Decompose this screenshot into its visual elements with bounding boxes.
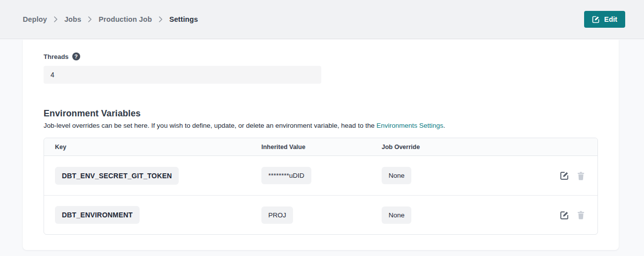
chevron-right-icon xyxy=(54,16,57,22)
edit-icon[interactable] xyxy=(560,171,569,180)
breadcrumb-item-jobs[interactable]: Jobs xyxy=(64,15,81,23)
table-row: DBT_ENV_SECRET_GIT_TOKEN ********uDID No… xyxy=(44,156,597,195)
column-header-inherited-value: Inherited Value xyxy=(261,144,382,151)
job-settings-panel: Threads ? Environment Variables Job-leve… xyxy=(23,40,619,250)
breadcrumb-item-settings: Settings xyxy=(169,15,198,23)
env-vars-table: Key Inherited Value Job Override DBT_ENV… xyxy=(44,138,598,235)
env-vars-description-text: Job-level overrides can be set here. If … xyxy=(44,122,376,129)
environments-settings-link[interactable]: Environments Settings xyxy=(376,122,443,129)
chevron-right-icon xyxy=(88,16,92,22)
breadcrumb: Deploy Jobs Production Job Settings xyxy=(23,15,198,23)
pencil-square-icon xyxy=(592,15,600,23)
job-override-badge: None xyxy=(382,206,411,224)
column-header-job-override: Job Override xyxy=(382,144,585,151)
inherited-value-badge: ********uDID xyxy=(261,167,311,184)
edit-icon[interactable] xyxy=(560,210,569,220)
table-row: DBT_ENVIRONMENT PROJ None xyxy=(44,195,597,234)
job-override-badge: None xyxy=(382,167,411,184)
env-vars-title: Environment Variables xyxy=(44,108,598,119)
threads-input xyxy=(44,66,321,84)
table-header-row: Key Inherited Value Job Override xyxy=(44,138,597,156)
env-var-key-badge: DBT_ENVIRONMENT xyxy=(55,206,140,224)
env-vars-description: Job-level overrides can be set here. If … xyxy=(44,122,598,129)
question-mark-circle-icon[interactable]: ? xyxy=(72,52,80,60)
inherited-value-badge: PROJ xyxy=(261,206,293,224)
env-var-key-badge: DBT_ENV_SECRET_GIT_TOKEN xyxy=(55,167,179,185)
edit-button-label: Edit xyxy=(604,15,617,23)
top-bar: Deploy Jobs Production Job Settings Edit xyxy=(0,0,644,39)
threads-label: Threads xyxy=(44,53,69,60)
env-vars-description-period: . xyxy=(444,122,446,129)
breadcrumb-item-production-job[interactable]: Production Job xyxy=(99,15,152,23)
trash-icon[interactable] xyxy=(577,171,585,180)
breadcrumb-item-deploy[interactable]: Deploy xyxy=(23,15,47,23)
trash-icon[interactable] xyxy=(577,210,585,219)
chevron-right-icon xyxy=(159,16,162,22)
column-header-key: Key xyxy=(55,144,261,151)
edit-button[interactable]: Edit xyxy=(584,11,625,28)
